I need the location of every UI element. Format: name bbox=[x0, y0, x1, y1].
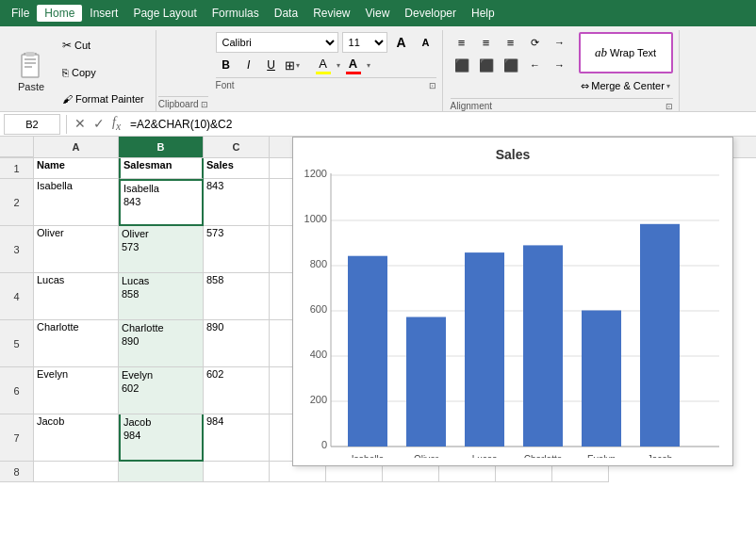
cell-A6[interactable]: Evelyn bbox=[34, 367, 119, 414]
cell-C2[interactable]: 843 bbox=[204, 179, 270, 226]
cell-A3[interactable]: Oliver bbox=[34, 226, 119, 273]
cell-A4[interactable]: Lucas bbox=[34, 273, 119, 320]
align-center-button[interactable]: ⬛ bbox=[475, 55, 498, 75]
cell-C3[interactable]: 573 bbox=[204, 226, 270, 273]
cell-C5[interactable]: 890 bbox=[204, 320, 270, 367]
menu-file[interactable]: File bbox=[4, 5, 37, 22]
merge-center-label: Merge & Center bbox=[591, 80, 665, 91]
svg-text:Oliver: Oliver bbox=[414, 454, 439, 458]
cell-C6[interactable]: 602 bbox=[204, 367, 270, 414]
function-icon[interactable]: fx bbox=[110, 115, 123, 133]
confirm-icon[interactable]: ✓ bbox=[91, 116, 107, 131]
cell-A8[interactable] bbox=[34, 462, 119, 482]
cell-C1[interactable]: Sales bbox=[204, 158, 270, 179]
underline-button[interactable]: U bbox=[261, 55, 282, 75]
row-header-8[interactable]: 8 bbox=[0, 462, 34, 482]
menu-page-layout[interactable]: Page Layout bbox=[125, 5, 204, 22]
copy-icon: ⎘ bbox=[62, 67, 69, 78]
menu-review[interactable]: Review bbox=[305, 5, 357, 22]
merge-center-button[interactable]: ⇔ Merge & Center ▾ bbox=[579, 75, 673, 96]
cell-B7[interactable]: Jacob 984 bbox=[119, 414, 204, 462]
cell-A1[interactable]: Name bbox=[34, 158, 119, 179]
menu-formulas[interactable]: Formulas bbox=[205, 5, 267, 22]
cell-C8[interactable] bbox=[204, 462, 270, 482]
menu-developer[interactable]: Developer bbox=[397, 5, 464, 22]
row-header-2[interactable]: 2 bbox=[0, 179, 34, 226]
clipboard-expand-icon[interactable]: ⊡ bbox=[201, 100, 208, 109]
col-header-A[interactable]: A bbox=[34, 137, 119, 157]
row-header-4[interactable]: 4 bbox=[0, 273, 34, 320]
cut-button[interactable]: ✂ Cut bbox=[58, 38, 148, 53]
decrease-indent-button[interactable]: ← bbox=[524, 55, 547, 75]
italic-button[interactable]: I bbox=[238, 55, 259, 75]
cell-A7[interactable]: Jacob bbox=[34, 414, 119, 462]
font-size-select[interactable]: 11 bbox=[342, 32, 387, 53]
font-name-select[interactable]: Calibri bbox=[216, 32, 338, 53]
row-header-3[interactable]: 3 bbox=[0, 226, 34, 273]
font-group-label: Font bbox=[216, 80, 235, 90]
menu-help[interactable]: Help bbox=[464, 5, 502, 22]
cell-B2[interactable]: Isabella 843 bbox=[119, 179, 204, 226]
align-top-button[interactable]: ≡ bbox=[451, 32, 473, 53]
sales-chart[interactable]: Sales 0 200 400 600 800 1000 1200 Isabel… bbox=[292, 137, 733, 466]
cell-B8[interactable] bbox=[119, 462, 204, 482]
bold-button[interactable]: B bbox=[216, 55, 237, 75]
formula-input[interactable] bbox=[126, 114, 752, 135]
cell-B1[interactable]: Salesman bbox=[119, 158, 204, 179]
wrap-text-label: Wrap Text bbox=[610, 47, 656, 58]
row-header-1[interactable]: 1 bbox=[0, 158, 34, 179]
svg-rect-2 bbox=[25, 52, 35, 57]
menu-view[interactable]: View bbox=[358, 5, 398, 22]
cell-C4[interactable]: 858 bbox=[204, 273, 270, 320]
col-header-B[interactable]: B bbox=[119, 137, 204, 157]
align-bottom-button[interactable]: ≡ bbox=[500, 32, 522, 53]
svg-text:Jacob: Jacob bbox=[648, 454, 673, 458]
cell-C7[interactable]: 984 bbox=[204, 414, 270, 462]
cell-B6[interactable]: Evelyn 602 bbox=[119, 367, 204, 414]
border-button[interactable]: ⊞ ▾ bbox=[284, 55, 310, 75]
cell-B4[interactable]: Lucas 858 bbox=[119, 273, 204, 320]
formula-bar: ✕ ✓ fx bbox=[0, 112, 756, 137]
orientation-button[interactable]: ⟳ bbox=[524, 32, 547, 53]
menu-data[interactable]: Data bbox=[267, 5, 305, 22]
svg-text:800: 800 bbox=[310, 258, 327, 269]
font-color-button[interactable]: A bbox=[342, 55, 365, 75]
font-color-dropdown-icon[interactable]: ▾ bbox=[367, 61, 370, 70]
alignment-expand-icon[interactable]: ⊡ bbox=[666, 102, 673, 111]
svg-rect-37 bbox=[640, 224, 680, 447]
row-header-5[interactable]: 5 bbox=[0, 320, 34, 367]
cut-icon: ✂ bbox=[62, 39, 72, 52]
fill-color-dropdown-icon[interactable]: ▾ bbox=[337, 61, 340, 70]
svg-text:0: 0 bbox=[321, 439, 327, 450]
wrap-text-icon: ab bbox=[595, 45, 607, 60]
increase-font-size-button[interactable]: A bbox=[391, 32, 412, 53]
merge-dropdown-icon: ▾ bbox=[666, 82, 670, 90]
menu-insert[interactable]: Insert bbox=[82, 5, 125, 22]
cancel-icon[interactable]: ✕ bbox=[73, 116, 88, 131]
chart-title: Sales bbox=[301, 147, 725, 162]
align-left-button[interactable]: ⬛ bbox=[451, 55, 473, 75]
align-middle-button[interactable]: ≡ bbox=[475, 32, 498, 53]
svg-text:Charlotte: Charlotte bbox=[524, 454, 563, 458]
copy-button[interactable]: ⎘ Copy bbox=[58, 66, 148, 79]
menu-home[interactable]: Home bbox=[37, 5, 82, 22]
format-painter-button[interactable]: 🖌 Format Painter bbox=[58, 92, 148, 106]
fill-color-button[interactable]: A bbox=[312, 55, 335, 75]
align-right-button[interactable]: ⬛ bbox=[500, 55, 522, 75]
svg-text:400: 400 bbox=[310, 349, 327, 360]
cell-A5[interactable]: Charlotte bbox=[34, 320, 119, 367]
decrease-font-size-button[interactable]: A bbox=[416, 32, 436, 53]
cell-reference-input[interactable] bbox=[4, 114, 60, 135]
cell-A2[interactable]: Isabella bbox=[34, 179, 119, 226]
paste-button[interactable]: Paste bbox=[8, 32, 55, 111]
font-expand-icon[interactable]: ⊡ bbox=[429, 81, 436, 90]
indent-increase-button[interactable]: → bbox=[549, 32, 571, 53]
row-headers: 1 2 3 4 5 6 7 8 bbox=[0, 158, 34, 482]
increase-indent-button2[interactable]: → bbox=[549, 55, 571, 75]
row-header-6[interactable]: 6 bbox=[0, 367, 34, 414]
cell-B5[interactable]: Charlotte 890 bbox=[119, 320, 204, 367]
row-header-7[interactable]: 7 bbox=[0, 414, 34, 462]
col-header-C[interactable]: C bbox=[204, 137, 270, 157]
wrap-text-button[interactable]: ab Wrap Text bbox=[579, 32, 673, 73]
cell-B3[interactable]: Oliver 573 bbox=[119, 226, 204, 273]
